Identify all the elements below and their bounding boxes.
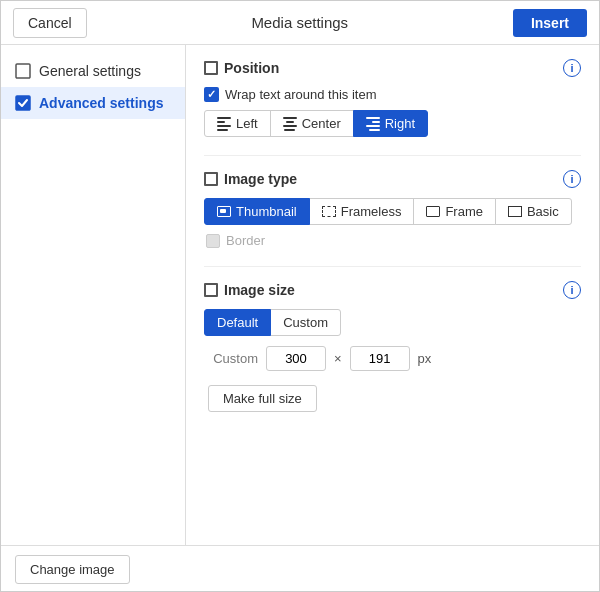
frame-icon [426, 206, 440, 217]
image-type-section: Image type i Thumbnail Frameless Frame [204, 170, 581, 248]
default-size-button[interactable]: Default [204, 309, 271, 336]
width-input[interactable] [266, 346, 326, 371]
position-icon [204, 61, 218, 75]
wrap-text-checkbox[interactable] [204, 87, 219, 102]
frameless-icon [322, 206, 336, 217]
border-checkbox[interactable] [206, 234, 220, 248]
dialog-body: General settings Advanced settings Posit… [1, 45, 599, 545]
divider-2 [204, 266, 581, 267]
sidebar-item-general-label: General settings [39, 63, 141, 79]
dialog-title: Media settings [251, 14, 348, 31]
image-type-button-group: Thumbnail Frameless Frame Basic [204, 198, 581, 225]
image-type-section-header: Image type i [204, 170, 581, 188]
dialog-header: Cancel Media settings Insert [1, 1, 599, 45]
px-label: px [418, 351, 432, 366]
custom-size-button[interactable]: Custom [270, 309, 341, 336]
align-center-button[interactable]: Center [270, 110, 354, 137]
custom-size-row: Custom × px [204, 346, 581, 371]
image-type-section-title: Image type [204, 171, 297, 187]
image-type-icon [204, 172, 218, 186]
dialog-footer: Change image [1, 545, 599, 592]
svg-rect-0 [16, 64, 30, 78]
image-size-info-icon[interactable]: i [563, 281, 581, 299]
align-center-icon [283, 117, 297, 131]
frame-button[interactable]: Frame [413, 198, 496, 225]
image-size-section: Image size i Default Custom Custom × px [204, 281, 581, 412]
height-input[interactable] [350, 346, 410, 371]
position-section-header: Position i [204, 59, 581, 77]
align-left-button[interactable]: Left [204, 110, 271, 137]
sidebar-item-advanced-label: Advanced settings [39, 95, 163, 111]
sidebar-item-general[interactable]: General settings [1, 55, 185, 87]
alignment-button-group: Left Center Right [204, 110, 581, 137]
image-size-icon [204, 283, 218, 297]
main-content: Position i Wrap text around this item Le… [186, 45, 599, 545]
align-left-icon [217, 117, 231, 131]
align-right-button[interactable]: Right [353, 110, 428, 137]
thumbnail-icon [217, 206, 231, 217]
image-type-info-icon[interactable]: i [563, 170, 581, 188]
advanced-settings-icon [15, 95, 31, 111]
image-size-button-group: Default Custom [204, 309, 581, 336]
position-section: Position i Wrap text around this item Le… [204, 59, 581, 137]
border-row: Border [204, 233, 581, 248]
frameless-button[interactable]: Frameless [309, 198, 415, 225]
image-size-section-header: Image size i [204, 281, 581, 299]
basic-icon [508, 206, 522, 217]
wrap-text-label: Wrap text around this item [225, 87, 377, 102]
align-right-icon [366, 117, 380, 131]
position-info-icon[interactable]: i [563, 59, 581, 77]
thumbnail-button[interactable]: Thumbnail [204, 198, 310, 225]
cancel-button[interactable]: Cancel [13, 8, 87, 38]
border-label: Border [226, 233, 265, 248]
make-full-size-button[interactable]: Make full size [208, 385, 317, 412]
size-x-separator: × [334, 351, 342, 366]
sidebar-item-advanced[interactable]: Advanced settings [1, 87, 185, 119]
custom-label: Custom [208, 351, 258, 366]
image-size-section-title: Image size [204, 282, 295, 298]
full-size-row: Make full size [204, 377, 581, 412]
wrap-text-row: Wrap text around this item [204, 87, 581, 102]
insert-button[interactable]: Insert [513, 9, 587, 37]
general-settings-icon [15, 63, 31, 79]
divider-1 [204, 155, 581, 156]
sidebar: General settings Advanced settings [1, 45, 186, 545]
position-section-title: Position [204, 60, 279, 76]
change-image-button[interactable]: Change image [15, 555, 130, 584]
basic-button[interactable]: Basic [495, 198, 572, 225]
